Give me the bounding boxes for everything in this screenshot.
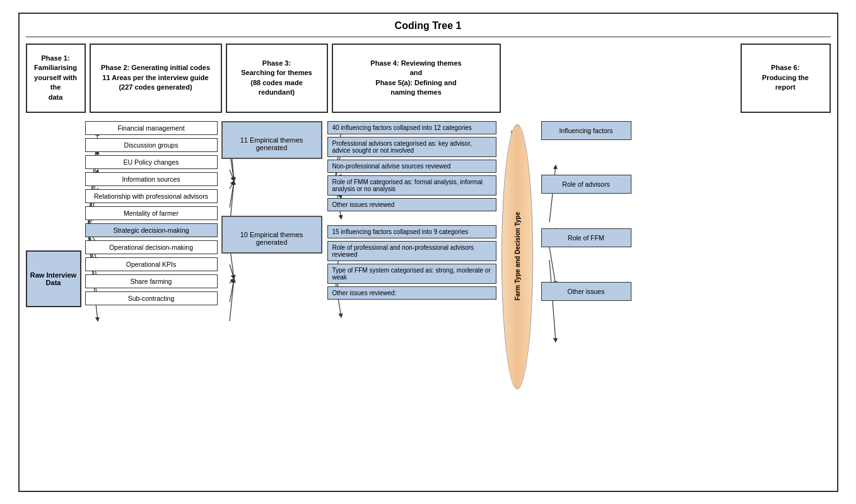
- theme-lower: 10 Empirical themes generated: [221, 216, 322, 254]
- p4-upper-4: Other issues reviewed: [327, 198, 496, 211]
- p4-lower-0: 15 influencing factors collapsed into 9 …: [327, 225, 496, 238]
- topic-2: EU Policy changes: [85, 155, 218, 169]
- farm-oval: Farm Type and Decision Type: [501, 124, 533, 389]
- p4-lower-2: Type of FFM system categorised as: stron…: [327, 264, 496, 284]
- phase1-header: Phase 1: Familiarising yourself with the…: [26, 44, 86, 113]
- topic-5: Mentality of farmer: [85, 206, 218, 220]
- topic-1: Discussion groups: [85, 138, 218, 152]
- phase2-topics: Financial managementDiscussion groupsEU …: [85, 121, 218, 308]
- topic-3: Information sources: [85, 172, 218, 186]
- phase2-header: Phase 2: Generating initial codes 11 Are…: [90, 44, 222, 113]
- topic-8: Operational KPIs: [85, 257, 218, 271]
- p4-upper-1: Professional advisors categorised as: ke…: [327, 137, 496, 157]
- phase3-themes: 11 Empirical themes generated 10 Empiric…: [221, 121, 324, 254]
- p4-upper-2: Non-professional advise sources reviewed: [327, 160, 496, 173]
- farm-oval-text: Farm Type and Decision Type: [514, 212, 521, 300]
- topic-7: Operational decision-making: [85, 240, 218, 254]
- phase6-items: Influencing factorsRole of advisorsRole …: [541, 121, 631, 301]
- phase4-items: 40 influencing factors collapsed into 12…: [327, 121, 496, 302]
- main-title: Coding Tree 1: [26, 20, 831, 37]
- topic-10: Sub-contracting: [85, 291, 218, 305]
- p6-item-0: Influencing factors: [541, 121, 631, 140]
- raw-data-box: Raw Interview Data: [26, 250, 81, 307]
- p4-lower-3: Other issues reviewed:: [327, 286, 496, 300]
- topic-9: Share farming: [85, 274, 218, 288]
- farm-oval-container: Farm Type and Decision Type: [500, 124, 535, 389]
- p4-upper-3: Role of FMM categorised as: formal analy…: [327, 175, 496, 196]
- theme-upper: 11 Empirical themes generated: [221, 121, 322, 159]
- full-layout: Phase 1: Familiarising yourself with the…: [26, 44, 831, 389]
- p4-lower-1: Role of professional and non-professiona…: [327, 241, 496, 261]
- outer-border: Coding Tree 1 Phase 1: Familiarising you…: [18, 13, 838, 492]
- p6-item-2: Role of FFM: [541, 228, 631, 247]
- p6-item-1: Role of advisors: [541, 175, 631, 194]
- phase4-header: Phase 4: Reviewing themes and Phase 5(a)…: [332, 44, 501, 113]
- topic-0: Financial management: [85, 121, 218, 135]
- phase6-header: Phase 6: Producing the report: [741, 44, 831, 113]
- topic-4: Relationship with professional advisors: [85, 189, 218, 203]
- p4-upper-0: 40 influencing factors collapsed into 12…: [327, 121, 496, 134]
- topic-6: Strategic decision-making: [85, 223, 218, 237]
- p6-item-3: Other issues: [541, 282, 631, 301]
- phase3-header: Phase 3: Searching for themes (88 codes …: [226, 44, 328, 113]
